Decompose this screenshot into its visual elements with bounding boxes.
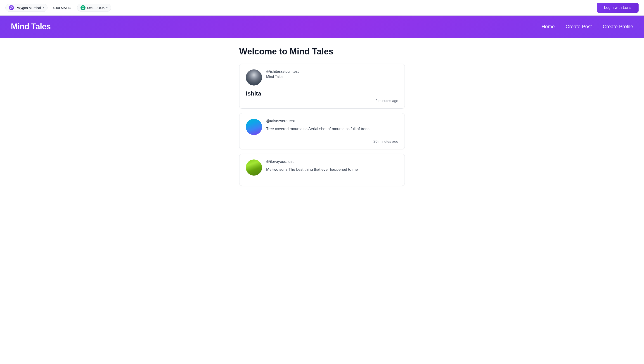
post-card: @talvezsera.test Tree covered mountains … [239, 113, 405, 149]
post-meta: @iloveyouu.test My two sons The best thi… [266, 160, 358, 172]
post-author: Ishita [246, 90, 398, 97]
post-meta: @talvezsera.test Tree covered mountains … [266, 119, 370, 132]
post-handle: @ishitarastogii.test [266, 69, 299, 74]
network-name: Polygon Mumbai [16, 6, 41, 10]
post-content: My two sons The best thing that ever hap… [266, 167, 358, 172]
post-header: @ishitarastogii.test Mind Tales [246, 69, 398, 86]
balance-value: 0.00 MATIC [53, 6, 71, 10]
post-card: @ishitarastogii.test Mind Tales Ishita 2… [239, 64, 405, 108]
post-content: Tree covered mountains Aerial shot of mo… [266, 126, 370, 132]
avatar [246, 119, 262, 135]
app-title: Mind Tales [11, 22, 51, 32]
post-timestamp: 20 minutes ago [246, 140, 398, 144]
avatar-image [246, 119, 262, 135]
post-handle: @talvezsera.test [266, 119, 370, 123]
wallet-icon [81, 5, 86, 10]
nav-create-post[interactable]: Create Post [566, 24, 592, 30]
avatar-image [246, 69, 262, 86]
nav-links: Home Create Post Create Profile [542, 24, 633, 30]
wallet-selector[interactable]: 0xc2...1c05 ▾ [77, 4, 111, 12]
network-chevron-icon: ▾ [43, 6, 44, 9]
post-timestamp: 2 minutes ago [246, 99, 398, 103]
post-app: Mind Tales [266, 75, 299, 79]
balance-display: 0.00 MATIC [51, 4, 74, 11]
post-card: @iloveyouu.test My two sons The best thi… [239, 154, 405, 186]
login-with-lens-button[interactable]: Login with Lens [597, 3, 638, 13]
post-handle: @iloveyouu.test [266, 160, 358, 164]
topbar-left: Polygon Mumbai ▾ 0.00 MATIC 0xc2...1c05 … [6, 4, 111, 12]
wallet-address: 0xc2...1c05 [87, 6, 105, 10]
post-header: @iloveyouu.test My two sons The best thi… [246, 160, 398, 176]
avatar [246, 69, 262, 86]
avatar-image [246, 160, 262, 176]
welcome-heading: Welcome to Mind Tales [239, 47, 405, 56]
network-selector[interactable]: Polygon Mumbai ▾ [6, 4, 48, 12]
navbar: Mind Tales Home Create Post Create Profi… [0, 16, 644, 38]
nav-create-profile[interactable]: Create Profile [603, 24, 633, 30]
post-header: @talvezsera.test Tree covered mountains … [246, 119, 398, 135]
avatar [246, 160, 262, 176]
polygon-icon [9, 5, 14, 10]
nav-home[interactable]: Home [542, 24, 555, 30]
wallet-chevron-icon: ▾ [106, 6, 108, 9]
post-meta: @ishitarastogii.test Mind Tales [266, 69, 299, 79]
main-content: Welcome to Mind Tales @ishitarastogii.te… [234, 38, 410, 200]
topbar: Polygon Mumbai ▾ 0.00 MATIC 0xc2...1c05 … [0, 0, 644, 16]
